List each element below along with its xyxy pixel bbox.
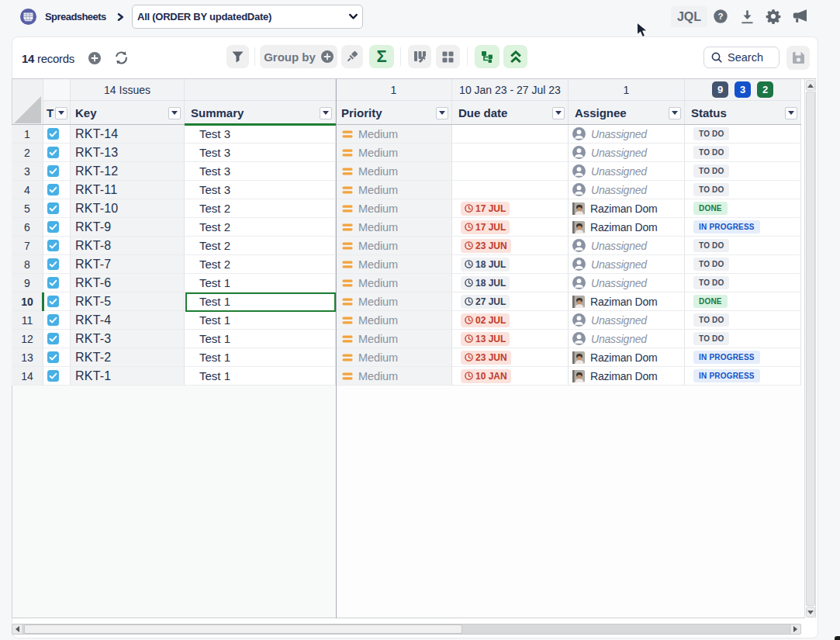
svg-text:?: ? bbox=[717, 12, 723, 21]
